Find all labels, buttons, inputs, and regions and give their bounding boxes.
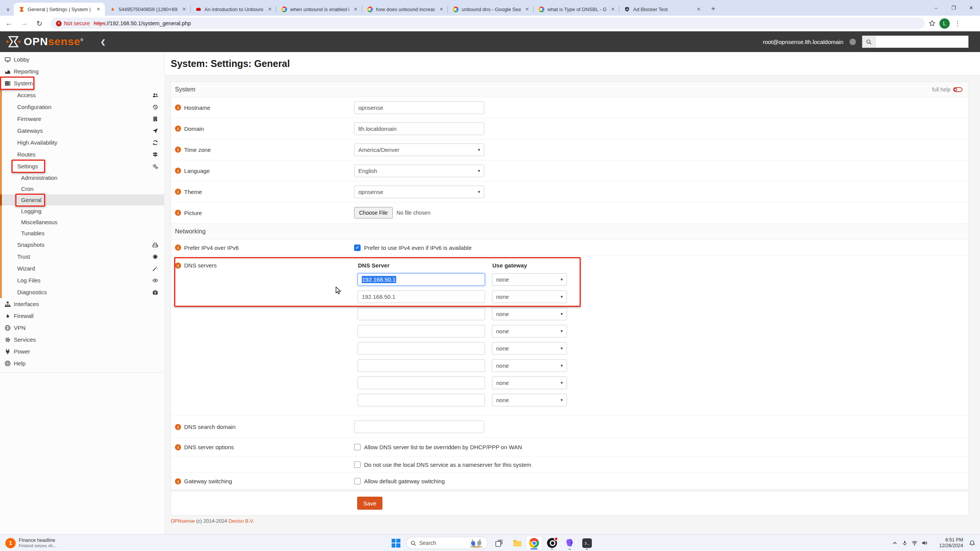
gateway-switching-checkbox[interactable] xyxy=(354,478,361,484)
info-icon[interactable]: i xyxy=(175,168,181,174)
sidebar-collapse-icon[interactable]: ❮ xyxy=(100,38,105,46)
sidebar-item-firewall[interactable]: Firewall xyxy=(0,310,164,322)
file-explorer-button[interactable] xyxy=(509,536,525,550)
deciso-footer-link[interactable]: Deciso B.V. xyxy=(229,518,254,524)
sidebar-item-reporting[interactable]: Reporting xyxy=(0,65,164,77)
use-gateway-select-1[interactable]: none▾ xyxy=(492,273,567,286)
language-select[interactable]: English▾ xyxy=(354,165,484,177)
tab-close-icon[interactable]: ✕ xyxy=(266,6,273,13)
info-icon[interactable]: i xyxy=(175,104,181,111)
close-window-button[interactable]: ✕ xyxy=(962,0,980,15)
microphone-tray-icon[interactable] xyxy=(900,540,910,546)
sidebar-item-wizard[interactable]: Wizard xyxy=(2,262,164,274)
timezone-select[interactable]: America/Denver▾ xyxy=(354,143,484,156)
header-search-input[interactable] xyxy=(875,36,969,48)
security-chip[interactable]: ✕ Not secure xyxy=(56,20,90,26)
sidebar-item-firmware[interactable]: Firmware xyxy=(2,113,164,125)
sidebar-item-snapshots[interactable]: Snapshots xyxy=(2,239,164,251)
use-gateway-select-8[interactable]: none▾ xyxy=(492,394,567,406)
dns-server-input-5[interactable] xyxy=(358,342,485,355)
sidebar-item-gateways[interactable]: Gateways xyxy=(2,125,164,137)
address-bar[interactable]: ✕ Not secure https://192.168.50.1/system… xyxy=(51,18,925,29)
info-icon[interactable]: i xyxy=(175,210,181,216)
save-button[interactable]: Save xyxy=(357,497,382,510)
new-tab-button[interactable]: + xyxy=(707,3,719,15)
tab-close-icon[interactable]: ✕ xyxy=(524,6,531,13)
info-icon[interactable]: i xyxy=(175,147,181,153)
sidebar-item-diagnostics[interactable]: Diagnostics xyxy=(2,286,164,298)
dns-search-domain-input[interactable] xyxy=(354,421,484,433)
theme-select[interactable]: opnsense▾ xyxy=(354,186,484,198)
info-icon[interactable]: i xyxy=(175,189,181,195)
dns-no-local-checkbox[interactable] xyxy=(354,461,361,468)
sidebar-item-services[interactable]: Services xyxy=(0,334,164,346)
tab-unbound-article[interactable]: An introduction to Unbound D ✕ xyxy=(191,3,276,16)
info-icon[interactable]: i xyxy=(175,245,181,251)
tab-search-unbound-dns[interactable]: unbound dns - Google Search ✕ xyxy=(448,3,534,16)
opnsense-footer-link[interactable]: OPNsense xyxy=(171,518,195,524)
sidebar-item-general[interactable]: General xyxy=(2,194,164,205)
hostname-input[interactable] xyxy=(354,101,484,114)
logged-in-user[interactable]: root@opnsense.lth.localdomain xyxy=(763,39,843,45)
news-weather-widget[interactable]: 1 Finance headline Finland seizes sh... xyxy=(3,536,59,550)
sidebar-item-configuration[interactable]: Configuration xyxy=(2,101,164,113)
sidebar-item-tunables[interactable]: Tunables xyxy=(2,228,164,239)
tab-close-icon[interactable]: ✕ xyxy=(352,6,359,13)
tab-opnsense-general[interactable]: General | Settings | System | op ✕ xyxy=(14,3,105,16)
sidebar-item-administration[interactable]: Administration xyxy=(2,172,164,183)
sidebar-item-interfaces[interactable]: Interfaces xyxy=(0,298,164,310)
sidebar-item-system[interactable]: System xyxy=(0,77,164,89)
dns-server-input-3[interactable] xyxy=(358,308,485,320)
tab-ad-blocker-test[interactable]: Ad Blocker Test ✕ xyxy=(619,3,705,16)
task-view-button[interactable] xyxy=(491,536,507,550)
info-icon[interactable]: i xyxy=(175,478,181,484)
chrome-taskbar-button[interactable] xyxy=(526,536,542,550)
browser-menu-icon[interactable]: ⋮ xyxy=(954,20,961,28)
sidebar-item-settings[interactable]: Settings xyxy=(2,160,164,172)
dns-server-input-2[interactable] xyxy=(358,290,485,303)
use-gateway-select-2[interactable]: none▾ xyxy=(492,290,567,303)
hidden-icons-chevron[interactable] xyxy=(890,540,900,546)
notification-bell-icon[interactable] xyxy=(965,540,978,546)
dns-server-input-6[interactable] xyxy=(358,359,485,372)
tab-close-icon[interactable]: ✕ xyxy=(438,6,445,13)
use-gateway-select-5[interactable]: none▾ xyxy=(492,342,567,355)
dns-server-input-1[interactable]: 192.168.50.1 xyxy=(358,273,485,286)
use-gateway-select-4[interactable]: none▾ xyxy=(492,325,567,337)
tab-close-icon[interactable]: ✕ xyxy=(181,6,188,13)
sidebar-item-routes[interactable]: Routes xyxy=(2,148,164,160)
taskbar-clock[interactable]: 6:51 PM 12/26/2024 xyxy=(933,537,963,549)
dns-override-checkbox[interactable] xyxy=(354,444,361,450)
dns-server-input-7[interactable] xyxy=(358,377,485,389)
domain-input[interactable] xyxy=(354,122,484,135)
sidebar-item-vpn[interactable]: VPN xyxy=(0,322,164,334)
dns-server-input-4[interactable] xyxy=(358,325,485,337)
info-icon[interactable]: i xyxy=(175,126,181,132)
choose-file-button[interactable]: Choose File xyxy=(354,207,393,218)
sidebar-item-miscellaneous[interactable]: Miscellaneous xyxy=(2,217,164,228)
opnsense-logo[interactable]: OPNsense® xyxy=(6,36,83,48)
sidebar-item-power[interactable]: Power xyxy=(0,346,164,357)
profile-avatar[interactable]: L xyxy=(939,18,950,29)
minimize-button[interactable]: – xyxy=(927,0,945,15)
sidebar-item-cron[interactable]: Cron xyxy=(2,183,164,194)
tab-search-chevron-icon[interactable]: ∨ xyxy=(2,3,14,16)
dns-server-input-8[interactable] xyxy=(358,394,485,406)
back-button[interactable]: ← xyxy=(2,17,15,30)
start-button[interactable] xyxy=(388,536,404,550)
bookmark-star-icon[interactable] xyxy=(929,20,936,27)
info-icon[interactable]: i xyxy=(175,262,181,269)
sidebar-item-logging[interactable]: Logging xyxy=(2,205,164,217)
sidebar-item-help[interactable]: Help xyxy=(0,357,164,369)
forward-button[interactable]: → xyxy=(18,17,31,30)
use-gateway-select-7[interactable]: none▾ xyxy=(492,377,567,389)
tab-close-icon[interactable]: ✕ xyxy=(609,6,616,13)
tab-close-icon[interactable]: ✕ xyxy=(695,6,702,13)
maximize-button[interactable]: ❐ xyxy=(945,0,962,15)
sidebar-item-log-files[interactable]: Log Files xyxy=(2,274,164,286)
prefer-ipv4-checkbox[interactable]: ✓ xyxy=(354,245,361,251)
sidebar-item-access[interactable]: Access xyxy=(2,89,164,101)
taskbar-search[interactable]: Search xyxy=(406,537,488,549)
volume-icon[interactable] xyxy=(920,540,929,546)
tab-search-how-does-unbound[interactable]: how does unbound increase se ✕ xyxy=(362,3,448,16)
